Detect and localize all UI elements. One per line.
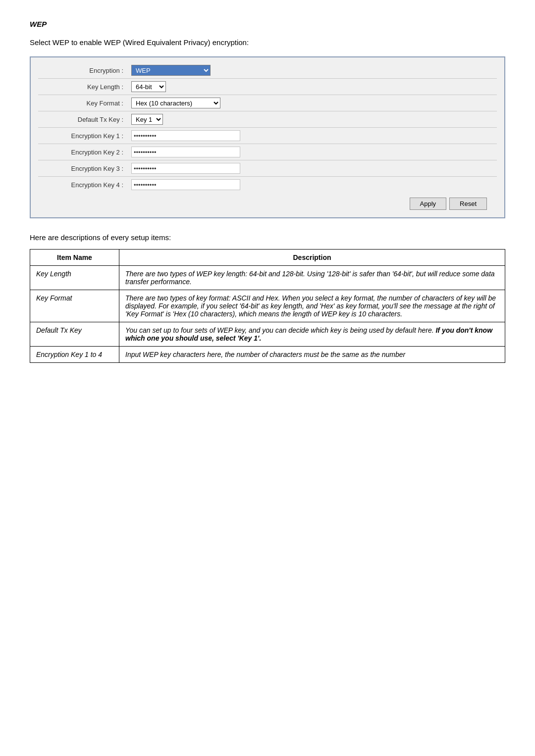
enc-key3-row: Encryption Key 3 : [38,160,497,177]
enc-key4-input[interactable] [131,179,240,190]
encryption-row: Encryption : WEP None [38,62,497,79]
enc-key2-row: Encryption Key 2 : [38,144,497,160]
reset-button[interactable]: Reset [449,198,487,210]
enc-key3-label: Encryption Key 3 : [38,160,127,177]
enc-key2-input[interactable] [131,147,240,157]
key-length-select[interactable]: 64-bit 128-bit [131,81,166,92]
key-format-row: Key Format : Hex (10 characters) ASCII (… [38,95,497,111]
desc-enc-key-1-4: Input WEP key characters here, the numbe… [119,347,505,363]
table-row: Key Format There are two types of key fo… [30,290,505,322]
item-enc-key-1-4: Encryption Key 1 to 4 [30,347,119,363]
key-length-label: Key Length : [38,79,127,95]
enc-key2-label: Encryption Key 2 : [38,144,127,160]
desc-key-length: There are two types of WEP key length: 6… [119,266,505,290]
enc-key4-row: Encryption Key 4 : [38,177,497,193]
key-format-label: Key Format : [38,95,127,111]
default-tx-key-select[interactable]: Key 1 Key 2 Key 3 Key 4 [131,114,163,125]
descriptions-table: Item Name Description Key Length There a… [30,249,505,363]
table-row: Encryption Key 1 to 4 Input WEP key char… [30,347,505,363]
config-box: Encryption : WEP None Key Length : 64-bi… [30,56,505,218]
encryption-label: Encryption : [38,62,127,79]
table-row: Key Length There are two types of WEP ke… [30,266,505,290]
section-intro: Select WEP to enable WEP (Wired Equivale… [30,38,505,47]
desc-default-tx-key-plain: You can set up to four sets of WEP key, … [125,326,435,334]
desc-key-format: There are two types of key format: ASCII… [119,290,505,322]
table-header-row: Item Name Description [30,250,505,266]
table-row: Default Tx Key You can set up to four se… [30,322,505,347]
enc-key1-row: Encryption Key 1 : [38,128,497,144]
key-length-row: Key Length : 64-bit 128-bit [38,79,497,95]
default-tx-key-label: Default Tx Key : [38,111,127,128]
enc-key1-input[interactable] [131,130,240,141]
item-default-tx-key: Default Tx Key [30,322,119,347]
apply-button[interactable]: Apply [410,198,447,210]
default-tx-key-row: Default Tx Key : Key 1 Key 2 Key 3 Key 4 [38,111,497,128]
button-row: Apply Reset [38,198,497,210]
descriptions-intro: Here are descriptions of every setup ite… [30,233,505,242]
table-header-desc: Description [119,250,505,266]
key-format-select[interactable]: Hex (10 characters) ASCII (5 characters) [131,98,220,108]
enc-key3-input[interactable] [131,163,240,174]
item-key-length: Key Length [30,266,119,290]
item-key-format: Key Format [30,290,119,322]
table-header-item: Item Name [30,250,119,266]
encryption-select[interactable]: WEP None [131,65,211,76]
enc-key4-label: Encryption Key 4 : [38,177,127,193]
desc-default-tx-key: You can set up to four sets of WEP key, … [119,322,505,347]
page-title: WEP [30,20,505,28]
config-table: Encryption : WEP None Key Length : 64-bi… [38,62,497,193]
enc-key1-label: Encryption Key 1 : [38,128,127,144]
